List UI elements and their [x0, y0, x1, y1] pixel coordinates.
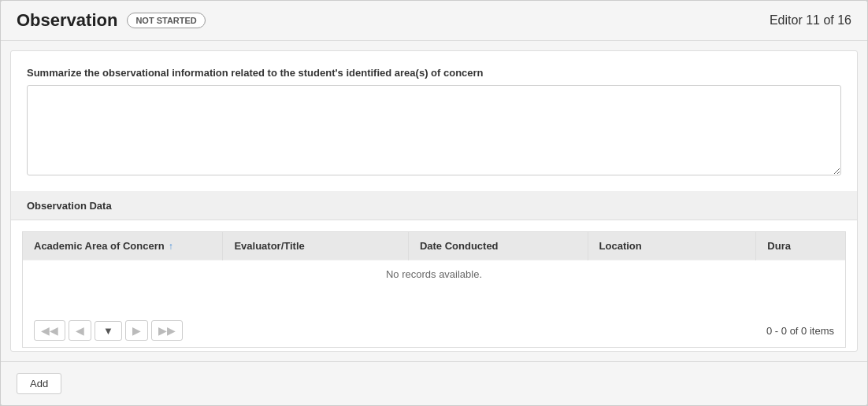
- col-header-evaluator-label: Evaluator/Title: [234, 240, 304, 252]
- col-header-date[interactable]: Date Conducted: [408, 232, 588, 260]
- first-page-button[interactable]: ◀◀: [34, 320, 65, 341]
- header-left: Observation NOT STARTED: [17, 10, 206, 31]
- sort-icon-academic: ↑: [169, 241, 173, 252]
- col-header-academic-label: Academic Area of Concern: [34, 240, 165, 252]
- table-wrapper: Academic Area of Concern ↑ Evaluator/Tit…: [22, 231, 846, 348]
- last-page-button[interactable]: ▶▶: [151, 320, 183, 341]
- page-select-value: ▼: [103, 325, 113, 337]
- main-content: Summarize the observational information …: [10, 50, 858, 352]
- footer-section: Add: [1, 361, 867, 405]
- summarize-label: Summarize the observational information …: [27, 67, 841, 79]
- no-records-row: No records available.: [23, 260, 845, 289]
- summary-textarea[interactable]: [27, 85, 841, 175]
- page-select-button[interactable]: ▼: [95, 321, 122, 341]
- observation-table: Academic Area of Concern ↑ Evaluator/Tit…: [23, 232, 845, 288]
- add-button[interactable]: Add: [17, 373, 61, 394]
- page-container: Observation NOT STARTED Editor 11 of 16 …: [0, 0, 868, 406]
- observation-data-section: Observation Data Academic Area of Concer…: [11, 191, 857, 351]
- pagination-info: 0 - 0 of 0 items: [766, 325, 834, 337]
- editor-info: Editor 11 of 16: [770, 13, 851, 28]
- col-header-location-label: Location: [599, 240, 642, 252]
- table-header-row: Academic Area of Concern ↑ Evaluator/Tit…: [23, 232, 845, 260]
- col-header-academic[interactable]: Academic Area of Concern ↑: [23, 232, 223, 260]
- col-header-duration-label: Dura: [767, 240, 791, 252]
- col-header-location[interactable]: Location: [588, 232, 756, 260]
- header: Observation NOT STARTED Editor 11 of 16: [1, 1, 867, 41]
- observation-data-header: Observation Data: [11, 192, 857, 220]
- col-header-date-label: Date Conducted: [420, 240, 499, 252]
- next-page-button[interactable]: ▶: [125, 320, 148, 341]
- table-scroll-area[interactable]: Academic Area of Concern ↑ Evaluator/Tit…: [23, 232, 845, 314]
- status-badge: NOT STARTED: [127, 13, 205, 28]
- observation-data-title: Observation Data: [27, 200, 112, 212]
- pagination-bar: ◀◀ ◀ ▼ ▶ ▶▶ 0 - 0 of 0 items: [23, 314, 845, 347]
- summarize-section: Summarize the observational information …: [11, 51, 857, 191]
- prev-page-button[interactable]: ◀: [69, 320, 91, 341]
- page-title: Observation: [17, 10, 117, 31]
- no-records-text: No records available.: [23, 260, 845, 289]
- col-header-evaluator[interactable]: Evaluator/Title: [223, 232, 408, 260]
- pagination-controls: ◀◀ ◀ ▼ ▶ ▶▶: [34, 320, 183, 341]
- col-header-duration[interactable]: Dura: [756, 232, 845, 260]
